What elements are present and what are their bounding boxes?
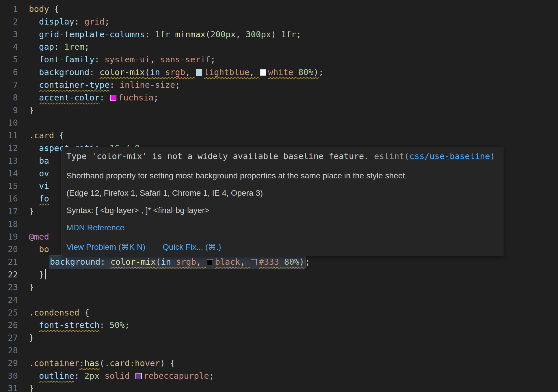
token[interactable] — [29, 320, 39, 330]
code-line[interactable]: 6 background: color-mix(in srgb, lightbl… — [0, 66, 558, 79]
token[interactable]: black — [215, 257, 240, 267]
token[interactable]: } — [29, 105, 34, 115]
token[interactable]: in — [150, 67, 160, 77]
color-swatch[interactable] — [110, 95, 116, 101]
token[interactable]: lightblue — [204, 67, 249, 77]
code-line[interactable]: 22 } — [0, 268, 558, 281]
token[interactable]: 80% — [284, 257, 299, 267]
token[interactable]: } — [29, 282, 34, 292]
code-text[interactable]: } — [29, 205, 34, 218]
token[interactable]: :hover — [130, 358, 160, 368]
token[interactable]: outline — [39, 371, 74, 381]
token[interactable]: 50% — [109, 320, 124, 330]
token[interactable]: .condensed — [29, 308, 79, 318]
token[interactable]: font-stretch — [39, 320, 100, 330]
code-line[interactable]: 7 container-type: inline-size; — [0, 79, 558, 92]
token[interactable]: white — [268, 67, 293, 77]
token[interactable] — [130, 371, 135, 381]
token[interactable]: accent-color — [39, 93, 100, 102]
token[interactable]: vi — [29, 181, 49, 191]
token[interactable]: ) — [160, 358, 165, 368]
token[interactable]: has — [84, 358, 99, 368]
code-text[interactable]: gap: 1rem; — [29, 41, 90, 53]
token[interactable]: ; — [84, 42, 89, 52]
token[interactable]: body — [29, 4, 49, 14]
token[interactable]: ; — [154, 93, 159, 102]
token[interactable]: { — [49, 4, 59, 14]
token[interactable]: ( — [156, 257, 161, 267]
token[interactable]: ; — [296, 29, 301, 39]
token[interactable]: @med — [29, 232, 49, 242]
code-text[interactable]: } — [29, 332, 34, 344]
color-swatch[interactable] — [251, 259, 257, 265]
token[interactable]: } — [29, 206, 34, 216]
code-line[interactable]: 11.card { — [0, 129, 558, 142]
code-text[interactable]: accent-color: fuchsia; — [29, 92, 159, 104]
token[interactable]: system-ui — [105, 55, 150, 64]
code-text[interactable]: fo — [29, 193, 49, 205]
token[interactable] — [279, 257, 284, 267]
code-text[interactable]: font-stretch: 50%; — [29, 319, 130, 332]
code-line[interactable]: 21 background: color-mix(in srgb, black,… — [0, 256, 558, 268]
token[interactable]: in — [161, 257, 171, 267]
code-text[interactable]: grid-template-columns: 1fr minmax(200px,… — [29, 28, 301, 41]
code-text[interactable]: ba — [29, 155, 49, 167]
code-text[interactable]: body { — [29, 3, 59, 16]
token[interactable]: 2px — [84, 371, 99, 381]
token[interactable] — [29, 80, 39, 90]
token[interactable]: ) — [313, 67, 318, 77]
token[interactable]: : — [79, 358, 84, 368]
token[interactable]: 1fr — [281, 29, 296, 39]
code-text[interactable]: font-family: system-ui, sans-serif; — [29, 53, 215, 66]
code-text[interactable]: .card { — [29, 129, 64, 142]
token[interactable]: , — [236, 29, 246, 39]
code-line[interactable]: 3 grid-template-columns: 1fr minmax(200p… — [0, 28, 558, 41]
token[interactable]: : — [100, 257, 110, 267]
token[interactable]: : — [145, 29, 155, 39]
token[interactable]: gap — [29, 42, 54, 52]
token[interactable]: 1rem — [64, 42, 84, 52]
code-text[interactable]: .condensed { — [29, 307, 90, 319]
token[interactable]: } — [29, 270, 44, 279]
token[interactable]: , — [196, 257, 206, 267]
token[interactable] — [170, 29, 175, 39]
code-text[interactable]: } — [29, 281, 34, 294]
token[interactable]: ; — [125, 320, 130, 330]
token[interactable]: ) — [299, 257, 304, 267]
code-line[interactable]: 27} — [0, 332, 558, 344]
token[interactable]: , — [249, 67, 259, 77]
token[interactable]: : — [54, 42, 64, 52]
token[interactable]: color-mix — [110, 257, 156, 267]
token[interactable]: .card — [105, 358, 130, 368]
code-line[interactable]: 5 font-family: system-ui, sans-serif; — [0, 53, 558, 66]
token[interactable]: ; — [209, 371, 214, 381]
code-text[interactable]: background: color-mix(in srgb, lightblue… — [29, 66, 323, 79]
code-text[interactable]: outline: 2px solid rebeccapurple; — [29, 370, 214, 382]
code-line[interactable]: 31} — [0, 382, 558, 392]
token[interactable]: fo — [39, 194, 49, 204]
token[interactable]: ; — [105, 17, 109, 27]
token[interactable]: } — [29, 333, 34, 343]
token[interactable]: : — [74, 371, 84, 381]
token[interactable]: ( — [205, 29, 210, 39]
token[interactable]: sans-serif — [160, 55, 211, 64]
code-line[interactable]: 24 — [0, 294, 558, 307]
token[interactable]: background — [29, 67, 90, 77]
token[interactable]: fuchsia — [118, 93, 153, 102]
token[interactable]: , — [240, 257, 250, 267]
token[interactable]: : — [90, 67, 100, 77]
view-problem-action[interactable]: View Problem (⌘K N) — [66, 242, 145, 252]
token[interactable]: .card — [29, 130, 54, 140]
token[interactable]: 200px — [211, 29, 236, 39]
token[interactable] — [276, 29, 281, 39]
color-swatch[interactable] — [260, 69, 266, 76]
token[interactable]: , — [185, 67, 195, 77]
token[interactable]: : — [109, 80, 120, 90]
code-line[interactable]: 23} — [0, 281, 558, 294]
code-line[interactable]: 8 accent-color: fuchsia; — [0, 92, 558, 104]
token[interactable] — [29, 371, 39, 381]
code-text[interactable]: } — [29, 382, 34, 392]
token[interactable]: : — [74, 17, 84, 27]
code-line[interactable]: 9} — [0, 104, 558, 117]
code-line[interactable]: 26 font-stretch: 50%; — [0, 319, 558, 332]
